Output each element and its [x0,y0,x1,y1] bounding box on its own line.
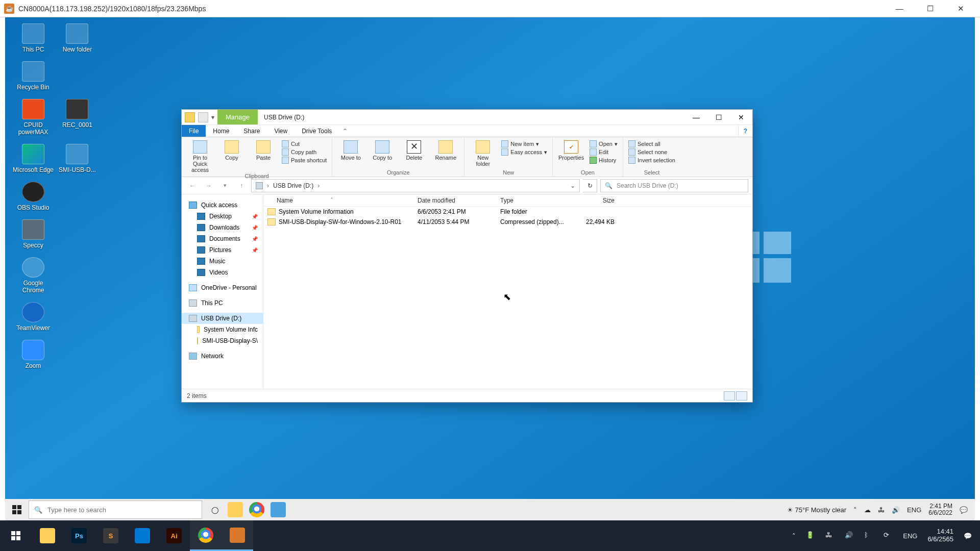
view-large-icons-button[interactable] [736,391,747,400]
ribbon-contextual-tab-manage[interactable]: Manage [217,110,258,124]
host-taskbar-chrome[interactable] [190,520,222,551]
kvm-maximize-button[interactable]: ☐ [915,0,945,17]
nav-videos[interactable]: Videos [182,267,263,278]
task-view-button[interactable]: ◯ [202,506,228,514]
col-size[interactable]: Size [569,197,625,204]
host-taskbar-file-explorer[interactable] [32,520,63,551]
desktop-icon-powermax[interactable]: CPUID powerMAX [12,99,54,136]
host-tray-clock[interactable]: 14:416/6/2565 [927,528,953,543]
nav-network[interactable]: Network [182,350,263,362]
desktop-icon-this-pc[interactable]: This PC [12,23,54,53]
explorer-maximize-button[interactable]: ☐ [707,110,730,124]
host-taskbar-vscode[interactable] [127,520,158,551]
nav-forward-button[interactable]: → [202,179,215,192]
ribbon-tab-share[interactable]: Share [236,125,267,137]
ribbon-history-button[interactable]: History [590,157,618,164]
ribbon-properties-button[interactable]: ✔Properties [558,139,584,161]
ribbon-paste-button[interactable]: Paste [250,139,277,161]
address-bar[interactable]: › USB Drive (D:) › ⌄ [251,179,580,192]
desktop-icon-smi-usb[interactable]: SMI-USB-D... [56,144,98,173]
tray-lang[interactable]: ENG [907,506,921,514]
desktop-icon-obs[interactable]: OBS Studio [12,182,54,211]
qat-dropdown-icon[interactable]: ▾ [211,114,214,121]
host-tray-notifications-icon[interactable]: 💬 [964,532,972,540]
host-taskbar-java[interactable] [222,520,253,551]
nav-onedrive[interactable]: OneDrive - Personal [182,282,263,293]
host-tray-bluetooth-icon[interactable]: ᛒ [864,531,873,540]
help-icon[interactable]: ? [738,125,752,137]
ribbon-tab-file[interactable]: File [182,125,206,137]
explorer-minimize-button[interactable]: — [685,110,707,124]
tray-network-icon[interactable]: 🖧 [878,506,885,514]
file-row[interactable]: SMI-USB-Display-SW-for-Windows-2.10-R01 … [263,217,752,227]
taskbar-file-explorer[interactable] [228,502,243,517]
desktop-icon-zoom[interactable]: Zoom [12,340,54,369]
tray-notifications-icon[interactable]: 💬 [960,506,968,514]
nav-desktop[interactable]: Desktop📌 [182,211,263,222]
weather-widget[interactable]: ☀ 75°F Mostly clear [787,506,846,514]
ribbon-tab-home[interactable]: Home [206,125,236,137]
ribbon-new-item-button[interactable]: New item ▾ [501,140,547,147]
ribbon-cut-button[interactable]: Cut [282,140,327,147]
ribbon-invert-selection-button[interactable]: Invert selection [628,157,675,164]
ribbon-open-button[interactable]: Open ▾ [590,140,618,147]
col-name[interactable]: Name ˄ [267,197,418,204]
nav-music[interactable]: Music [182,256,263,267]
kvm-close-button[interactable]: ✕ [945,0,976,17]
refresh-button[interactable]: ↻ [583,179,597,192]
host-tray-sync-icon[interactable]: ⟳ [884,531,893,540]
ribbon-pin-to-quick-access[interactable]: Pin to Quick access [187,139,213,173]
ribbon-edit-button[interactable]: Edit [590,148,618,156]
col-type[interactable]: Type [500,197,569,204]
desktop-icon-rec0001[interactable]: REC_0001 [56,99,98,129]
desktop-icon-speccy[interactable]: Speccy [12,219,54,249]
address-dropdown-icon[interactable]: ⌄ [570,182,575,189]
qat-icon[interactable] [198,112,208,122]
nav-quick-access[interactable]: Quick access [182,199,263,211]
desktop-icon-recycle-bin[interactable]: Recycle Bin [12,61,54,91]
nav-pictures[interactable]: Pictures📌 [182,244,263,256]
host-tray-chevron-icon[interactable]: ˄ [792,532,796,540]
ribbon-copy-to-button[interactable]: Copy to [369,139,396,161]
col-date[interactable]: Date modified [418,197,500,204]
host-tray-volume-icon[interactable]: 🔊 [845,531,854,540]
ribbon-rename-button[interactable]: Rename [432,139,459,161]
ribbon-delete-button[interactable]: ✕Delete [401,139,427,161]
host-start-button[interactable] [0,520,32,551]
nav-usb-drive[interactable]: USB Drive (D:) [182,313,263,324]
kvm-minimize-button[interactable]: — [884,0,915,17]
host-tray-lang[interactable]: ENG [903,532,917,540]
nav-usb-child[interactable]: SMI-USB-Display-S\ [182,335,263,346]
ribbon-paste-shortcut-button[interactable]: Paste shortcut [282,157,327,164]
tray-chevron-icon[interactable]: ˄ [853,506,857,514]
desktop-icon-new-folder[interactable]: New folder [56,23,98,53]
search-input[interactable]: 🔍 Search USB Drive (D:) [600,179,748,192]
host-taskbar-sublime[interactable]: S [95,520,127,551]
host-tray-battery-icon[interactable]: 🔋 [806,531,815,540]
tray-clock[interactable]: 2:41 PM6/6/2022 [928,503,952,516]
desktop-icon-chrome[interactable]: Google Chrome [12,257,54,294]
taskbar-app[interactable] [271,502,286,517]
nav-recent-button[interactable]: ▾ [218,179,232,192]
nav-back-button[interactable]: ← [186,179,199,192]
nav-documents[interactable]: Documents📌 [182,233,263,244]
ribbon-tab-drive-tools[interactable]: Drive Tools [295,125,339,137]
taskbar-chrome[interactable] [249,502,264,517]
file-row[interactable]: System Volume Information 6/6/2053 2:41 … [263,207,752,217]
explorer-close-button[interactable]: ✕ [730,110,752,124]
desktop-icon-edge[interactable]: Microsoft Edge [12,144,54,173]
ribbon-select-none-button[interactable]: Select none [628,148,675,156]
host-taskbar-photoshop[interactable]: Ps [63,520,95,551]
ribbon-tab-view[interactable]: View [267,125,295,137]
column-headers[interactable]: Name ˄ Date modified Type Size [263,194,752,207]
ribbon-easy-access-button[interactable]: Easy access ▾ [501,148,547,156]
ribbon-copy-path-button[interactable]: Copy path [282,148,327,156]
ribbon-select-all-button[interactable]: Select all [628,140,675,147]
remote-start-button[interactable] [5,499,29,520]
tray-onedrive-icon[interactable]: ☁ [864,506,871,514]
remote-search-input[interactable]: 🔍Type here to search [29,500,202,519]
nav-downloads[interactable]: Downloads📌 [182,222,263,233]
nav-this-pc[interactable]: This PC [182,297,263,309]
ribbon-collapse-icon[interactable]: ⌃ [339,125,351,137]
qat-icon[interactable] [185,112,195,122]
